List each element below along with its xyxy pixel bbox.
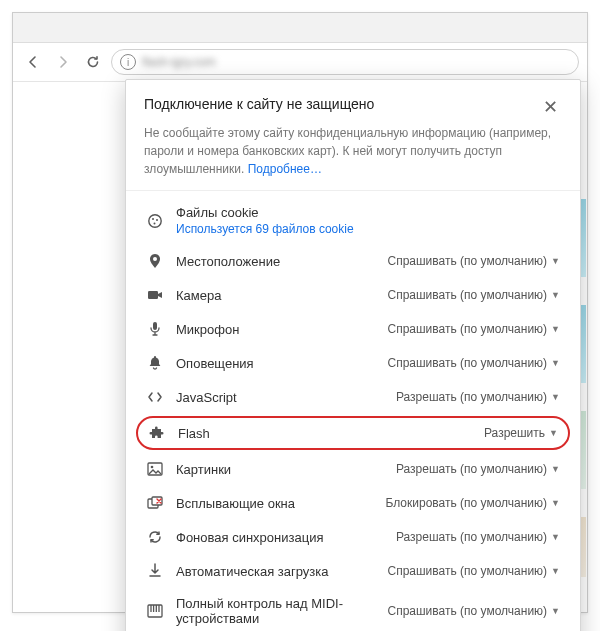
forward-button[interactable] [51,50,75,74]
perm-value-dropdown[interactable]: Разрешить▼ [484,426,558,440]
perm-row-downloads: Автоматическая загрузка Спрашивать (по у… [144,554,562,588]
perm-label: JavaScript [176,390,384,405]
learn-more-link[interactable]: Подробнее… [248,162,322,176]
popup-subtitle: Не сообщайте этому сайту конфиденциальну… [144,124,562,178]
svg-rect-10 [152,497,162,505]
perm-value-dropdown[interactable]: Спрашивать (по умолчанию)▼ [387,288,560,302]
reload-button[interactable] [81,50,105,74]
cookies-link[interactable]: Используется 69 файлов cookie [176,222,354,236]
perm-value-dropdown[interactable]: Спрашивать (по умолчанию)▼ [387,322,560,336]
perm-row-javascript: JavaScript Разрешать (по умолчанию)▼ [144,380,562,414]
sync-icon [146,528,164,546]
perm-row-cookies: Файлы cookie Используется 69 файлов cook… [144,197,562,244]
perm-row-mic: Микрофон Спрашивать (по умолчанию)▼ [144,312,562,346]
url-bar[interactable]: i flash-igry.com [111,49,579,75]
back-button[interactable] [21,50,45,74]
perm-value-dropdown[interactable]: Спрашивать (по умолчанию)▼ [387,254,560,268]
perm-label: Всплывающие окна [176,496,373,511]
perm-label: Полный контроль над MIDI-устройствами [176,596,375,626]
midi-icon [146,602,164,620]
svg-point-8 [151,466,154,469]
perm-row-images: Картинки Разрешать (по умолчанию)▼ [144,452,562,486]
location-icon [146,252,164,270]
perm-value-dropdown[interactable]: Спрашивать (по умолчанию)▼ [387,564,560,578]
perm-row-popups: Всплывающие окна Блокировать (по умолчан… [144,486,562,520]
bell-icon [146,354,164,372]
image-icon [146,460,164,478]
svg-point-0 [149,214,161,226]
perm-label: Камера [176,288,375,303]
site-info-icon[interactable]: i [120,54,136,70]
perm-value-dropdown[interactable]: Спрашивать (по умолчанию)▼ [387,356,560,370]
svg-point-2 [156,219,158,221]
svg-point-1 [152,218,154,220]
download-icon [146,562,164,580]
perm-label: Фоновая синхронизация [176,530,384,545]
perm-row-location: Местоположение Спрашивать (по умолчанию)… [144,244,562,278]
popup-subtitle-text: Не сообщайте этому сайту конфиденциальну… [144,126,551,176]
mic-icon [146,320,164,338]
perm-label: Микрофон [176,322,375,337]
toolbar: i flash-igry.com [13,43,587,82]
perm-value-dropdown[interactable]: Разрешать (по умолчанию)▼ [396,530,560,544]
svg-point-3 [154,222,156,224]
code-icon [146,388,164,406]
popup-title: Подключение к сайту не защищено [144,96,374,112]
svg-point-4 [153,257,157,261]
perm-row-flash: Flash Разрешить▼ [136,416,570,450]
tabstrip [13,13,587,43]
perm-row-midi: Полный контроль над MIDI-устройствами Сп… [144,588,562,631]
popup-blocked-icon [146,494,164,512]
url-text: flash-igry.com [142,55,216,69]
perm-row-bgsync: Фоновая синхронизация Разрешать (по умол… [144,520,562,554]
perm-label: Flash [178,426,472,441]
perm-label: Местоположение [176,254,375,269]
perm-value-dropdown[interactable]: Разрешать (по умолчанию)▼ [396,462,560,476]
perm-row-notifications: Оповещения Спрашивать (по умолчанию)▼ [144,346,562,380]
perm-value-dropdown[interactable]: Разрешать (по умолчанию)▼ [396,390,560,404]
puzzle-icon [148,424,166,442]
perm-value-dropdown[interactable]: Спрашивать (по умолчанию)▼ [387,604,560,618]
perm-label: Файлы cookie [176,205,354,220]
close-icon[interactable]: ✕ [539,96,562,118]
camera-icon [146,286,164,304]
svg-rect-11 [148,605,162,617]
perm-value-dropdown[interactable]: Блокировать (по умолчанию)▼ [385,496,560,510]
divider [126,190,580,191]
svg-rect-5 [148,291,158,299]
site-info-popup: Подключение к сайту не защищено ✕ Не соо… [125,79,581,631]
svg-rect-6 [153,322,157,330]
perm-row-camera: Камера Спрашивать (по умолчанию)▼ [144,278,562,312]
cookie-icon [146,212,164,230]
perm-label: Оповещения [176,356,375,371]
perm-label: Автоматическая загрузка [176,564,375,579]
perm-label: Картинки [176,462,384,477]
